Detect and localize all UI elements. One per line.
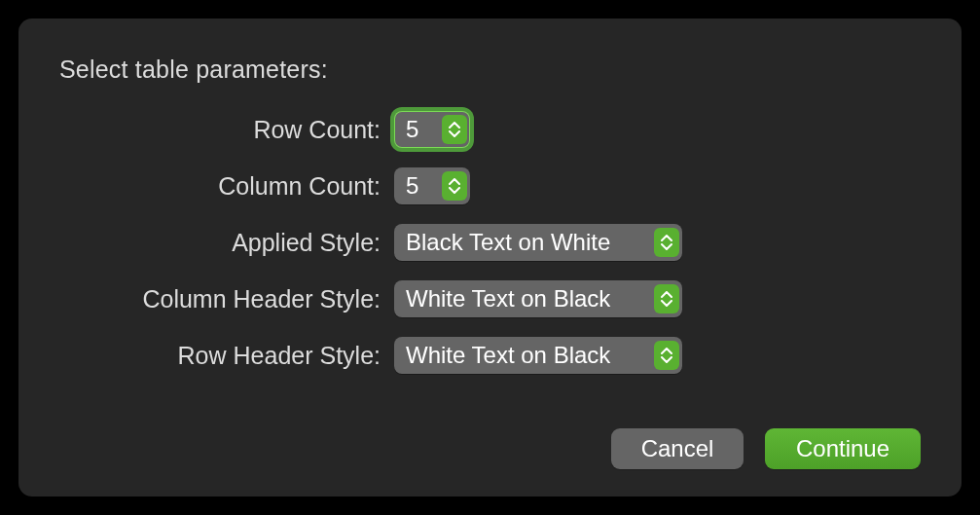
select-arrows-icon[interactable]: [654, 284, 679, 313]
dialog-prompt: Select table parameters:: [59, 55, 921, 84]
applied-style-row: Applied Style: Black Text on White: [59, 224, 921, 261]
column-count-row: Column Count: 5: [59, 167, 921, 204]
applied-style-value: Black Text on White: [406, 229, 616, 256]
select-arrows-icon[interactable]: [654, 341, 679, 370]
row-count-value: 5: [406, 116, 427, 143]
row-header-style-row: Row Header Style: White Text on Black: [59, 337, 921, 374]
form-area: Row Count: 5 Column Count: 5 Applied Sty…: [59, 111, 921, 419]
dialog-buttons: Cancel Continue: [59, 419, 921, 469]
stepper-arrows-icon[interactable]: [442, 115, 467, 144]
cancel-button[interactable]: Cancel: [611, 428, 744, 469]
table-parameters-dialog: Select table parameters: Row Count: 5 Co…: [18, 18, 962, 497]
row-count-stepper[interactable]: 5: [394, 111, 470, 148]
row-header-style-value: White Text on Black: [406, 342, 616, 369]
continue-button[interactable]: Continue: [765, 428, 921, 469]
stepper-arrows-icon[interactable]: [442, 171, 467, 201]
column-count-stepper[interactable]: 5: [394, 167, 470, 204]
row-header-style-select[interactable]: White Text on Black: [394, 337, 682, 374]
column-count-label: Column Count:: [59, 172, 381, 201]
column-header-style-select[interactable]: White Text on Black: [394, 280, 682, 317]
column-header-style-row: Column Header Style: White Text on Black: [59, 280, 921, 317]
applied-style-label: Applied Style:: [59, 229, 381, 257]
row-count-label: Row Count:: [59, 116, 381, 144]
column-count-value: 5: [406, 172, 427, 200]
row-header-style-label: Row Header Style:: [59, 342, 381, 370]
row-count-row: Row Count: 5: [59, 111, 921, 148]
applied-style-select[interactable]: Black Text on White: [394, 224, 682, 261]
select-arrows-icon[interactable]: [654, 228, 679, 257]
column-header-style-value: White Text on Black: [406, 285, 616, 313]
column-header-style-label: Column Header Style:: [59, 285, 381, 313]
